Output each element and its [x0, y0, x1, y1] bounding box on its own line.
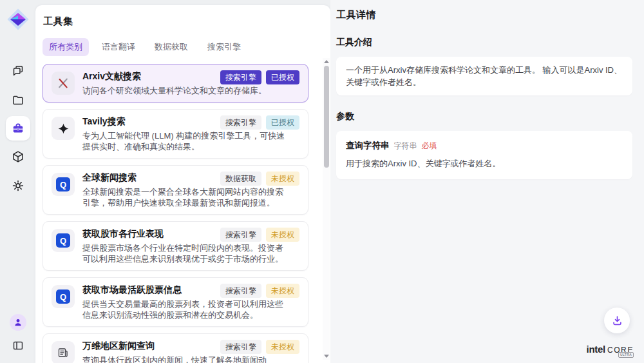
sidebar-nav [5, 58, 31, 199]
intel-wordmark: intel [587, 344, 605, 355]
category-badge: 搜索引擎 [220, 228, 261, 242]
panel-toggle-button[interactable] [8, 336, 28, 355]
auth-badge: 未授权 [266, 340, 299, 354]
tab-all-categories[interactable]: 所有类别 [43, 38, 89, 56]
intel-core-logo: intel core Ultra [587, 344, 634, 355]
tool-name: 获取市场最活跃股票信息 [82, 284, 182, 296]
tool-description: 访问各个研究领域大量科学论文和文章的存储库。 [82, 85, 287, 96]
q-news-icon: Q [52, 285, 75, 308]
tool-card-most-active-stocks[interactable]: Q 获取市场最活跃股票信息 搜索引擎 未授权 提供当天交易量最高的股票列表，投资… [43, 277, 308, 327]
user-avatar[interactable] [10, 314, 26, 331]
tool-card-global-news[interactable]: Q 全球新闻搜索 数据获取 未授权 全球新闻搜索是一个聚合全球各大新闻网站内容的… [43, 165, 308, 215]
tab-language-translation[interactable]: 语言翻译 [95, 38, 142, 56]
category-badge: 搜索引擎 [220, 340, 261, 354]
sidebar-item-files[interactable] [5, 87, 31, 113]
sidebar-item-toolbox[interactable] [6, 116, 30, 141]
tool-card-regional-news[interactable]: 万维地区新闻查询 搜索引擎 未授权 查询具体行政区划内的新闻，快速了解各地新闻动 [43, 333, 308, 363]
q-news-icon: Q [52, 229, 75, 252]
download-icon [611, 315, 623, 327]
q-logo-glyph: Q [56, 177, 70, 191]
required-badge: 必填 [422, 140, 437, 152]
user-avatar-icon [13, 317, 23, 328]
newspaper-icon [52, 341, 75, 363]
auth-badge: 未授权 [266, 172, 299, 186]
tool-detail-panel: 工具详情 工具介绍 一个用于从Arxiv存储库搜索科学论文和文章的工具。 输入可… [330, 0, 644, 363]
category-tabs: 所有类别 语言翻译 数据获取 搜索引擎 [35, 38, 330, 56]
sidebar-item-chat[interactable] [5, 58, 31, 84]
intro-heading: 工具介绍 [336, 37, 632, 48]
toolset-panel: 工具集 所有类别 语言翻译 数据获取 搜索引擎 Arxiv文献搜索 [35, 5, 330, 363]
tool-intro-card: 一个用于从Arxiv存储库搜索科学论文和文章的工具。 输入可以是Arxiv ID… [336, 57, 632, 95]
parameter-header: 查询字符串 字符串 必填 [346, 139, 623, 152]
settings-icon [12, 179, 24, 192]
tab-data-acquisition[interactable]: 数据获取 [148, 38, 194, 56]
tool-name: 全球新闻搜索 [82, 172, 137, 184]
toolbox-icon [12, 122, 24, 135]
tool-name: 获取股市各行业表现 [82, 228, 164, 240]
tool-description: 提供当天交易量最高的股票列表，投资者可以利用这些信息来识别流动性强的股票和潜在的… [82, 299, 287, 320]
auth-badge: 已授权 [266, 70, 299, 84]
app-window: 工具集 所有类别 语言翻译 数据获取 搜索引擎 Arxiv文献搜索 [0, 0, 644, 363]
folder-icon [12, 93, 24, 106]
tool-card-tavily[interactable]: Tavily搜索 搜索引擎 已授权 专为人工智能代理 (LLM) 构建的搜索引擎… [43, 109, 308, 159]
auth-badge: 未授权 [266, 284, 299, 298]
params-heading: 参数 [336, 111, 632, 123]
category-badge: 搜索引擎 [220, 284, 261, 298]
list-scrollbar[interactable] [323, 58, 330, 360]
parameter-card: 查询字符串 字符串 必填 用于搜索的Arxiv ID、关键字或作者姓名。 [336, 131, 632, 179]
download-button[interactable] [604, 308, 630, 333]
category-badge: 搜索引擎 [220, 70, 261, 84]
tool-name: 万维地区新闻查询 [82, 340, 155, 352]
tavily-star-icon [52, 117, 75, 140]
auth-badge: 未授权 [266, 228, 299, 242]
tool-name: Tavily搜索 [82, 115, 126, 128]
scroll-down-arrow-icon[interactable] [323, 353, 330, 360]
scroll-up-arrow-icon[interactable] [323, 58, 330, 65]
tool-description: 专为人工智能代理 (LLM) 构建的搜索引擎工具，可快速提供实时、准确和真实的结… [82, 130, 287, 152]
tool-card-sector-performance[interactable]: Q 获取股市各行业表现 搜索引擎 未授权 提供股票市场各个行业在特定时间段内的表… [43, 221, 308, 271]
cube-icon [12, 150, 24, 163]
app-logo-icon [6, 8, 30, 31]
category-badge: 数据获取 [220, 172, 261, 186]
category-badge: 搜索引擎 [220, 115, 261, 130]
q-logo-glyph: Q [56, 233, 70, 248]
sidebar-bottom [8, 314, 28, 355]
scrollbar-thumb[interactable] [324, 66, 329, 168]
detail-title: 工具详情 [336, 9, 632, 21]
parameter-type: 字符串 [394, 140, 417, 152]
sidebar-rail [0, 0, 35, 363]
tool-description: 提供股票市场各个行业在特定时间段内的表现。投资者可以利用这些信息来识别表现优于或… [82, 242, 287, 264]
q-news-icon: Q [52, 173, 75, 196]
chat-icon [12, 64, 24, 77]
toolset-title: 工具集 [35, 15, 330, 28]
tab-search-engine[interactable]: 搜索引擎 [201, 38, 247, 56]
panel-toggle-icon [12, 339, 24, 352]
q-logo-glyph: Q [56, 289, 70, 304]
auth-badge: 已授权 [266, 115, 299, 130]
tool-card-arxiv[interactable]: Arxiv文献搜索 搜索引擎 已授权 访问各个研究领域大量科学论文和文章的存储库… [43, 64, 308, 103]
tool-description: 查询具体行政区划内的新闻，快速了解各地新闻动 [82, 355, 287, 363]
sidebar-item-settings[interactable] [5, 173, 31, 199]
ultra-badge: Ultra [618, 352, 634, 358]
tool-name: Arxiv文献搜索 [82, 70, 141, 83]
parameter-description: 用于搜索的Arxiv ID、关键字或作者姓名。 [346, 157, 623, 170]
parameter-name: 查询字符串 [346, 139, 390, 152]
arxiv-icon [52, 72, 75, 95]
sidebar-item-models[interactable] [5, 144, 31, 170]
tool-description: 全球新闻搜索是一个聚合全球各大新闻网站内容的搜索引擎，帮助用户快速获取全球最新资… [82, 186, 287, 208]
tool-list: Arxiv文献搜索 搜索引擎 已授权 访问各个研究领域大量科学论文和文章的存储库… [35, 63, 330, 363]
